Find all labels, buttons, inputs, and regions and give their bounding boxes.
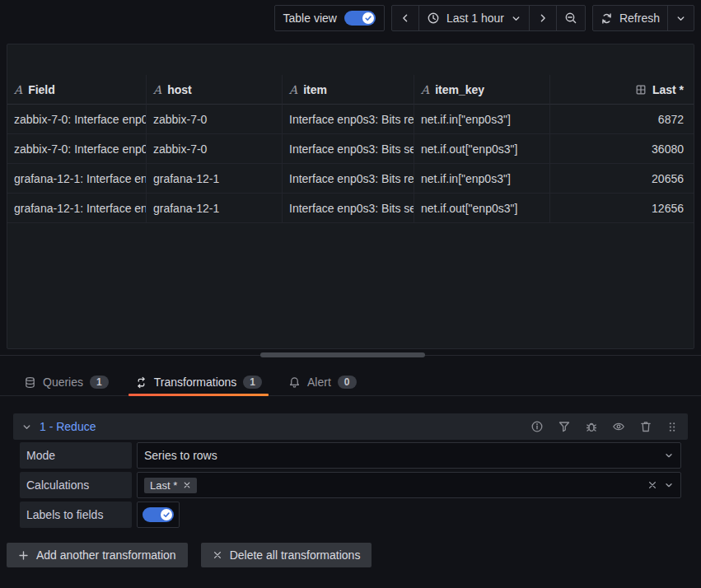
remove-chip-icon[interactable] <box>183 481 191 489</box>
table-view-label: Table view <box>283 12 337 25</box>
time-back-button[interactable] <box>392 6 418 30</box>
cell-field: grafana-12-1: Interface enp0s3: Bits rec… <box>7 164 147 194</box>
chevron-down-icon[interactable] <box>664 480 674 490</box>
column-label: Last * <box>652 83 684 96</box>
trash-icon[interactable] <box>639 420 652 433</box>
close-icon <box>213 550 222 560</box>
table-view-toggle-group: Table view <box>274 5 385 31</box>
column-header-last[interactable]: Last * <box>550 75 694 105</box>
clock-icon <box>427 12 440 25</box>
bell-icon <box>288 376 301 389</box>
table-row: zabbix-7-0: Interface enp0s3: Bits recei… <box>7 105 694 134</box>
transformation-actions <box>530 420 680 433</box>
process-icon <box>135 376 147 389</box>
time-forward-button[interactable] <box>529 6 556 30</box>
cell-host: zabbix-7-0 <box>147 134 283 164</box>
column-label: host <box>167 83 192 96</box>
delete-all-transformations-button[interactable]: Delete all transformations <box>201 543 372 567</box>
table-row: zabbix-7-0: Interface enp0s3: Bits sent … <box>7 134 694 164</box>
cell-item-key: net.if.out["enp0s3"] <box>414 194 550 223</box>
eye-icon[interactable] <box>612 420 625 433</box>
clear-select-icon[interactable] <box>647 480 657 490</box>
tab-queries[interactable]: Queries 1 <box>16 369 116 396</box>
zoom-out-time-button[interactable] <box>556 6 585 30</box>
column-header-field[interactable]: A Field <box>7 75 147 105</box>
refresh-button[interactable]: Refresh <box>593 6 667 30</box>
cell-item: Interface enp0s3: Bits received <box>283 105 414 134</box>
transformation-buttons-row: Add another transformation Delete all tr… <box>7 543 372 567</box>
mode-field-row: Mode Series to rows <box>13 442 688 469</box>
column-label: item <box>303 83 327 96</box>
mode-label: Mode <box>20 442 132 469</box>
tab-label: Alert <box>307 376 331 389</box>
editor-tabs: Queries 1 Transformations 1 Alert 0 <box>0 369 701 396</box>
cell-host: zabbix-7-0 <box>147 105 283 134</box>
cell-item-key: net.if.in["enp0s3"] <box>414 105 550 134</box>
bug-icon[interactable] <box>585 420 598 433</box>
string-field-icon: A <box>289 83 297 96</box>
info-circle-icon[interactable] <box>530 420 544 433</box>
toolbar: Table view Last 1 hour <box>274 5 694 31</box>
mode-select[interactable]: Series to rows <box>137 442 681 469</box>
refresh-group: Refresh <box>592 5 694 31</box>
column-header-host[interactable]: A host <box>147 75 283 105</box>
database-icon <box>24 376 36 389</box>
drag-handle-icon[interactable] <box>666 421 678 433</box>
zoom-out-icon <box>564 12 577 25</box>
add-transformation-label: Add another transformation <box>36 548 176 562</box>
table-visualization-panel: A Field A host A item A item_key Last * <box>7 44 694 349</box>
chevron-down-icon <box>511 13 521 24</box>
cell-last-value: 20656 <box>550 164 694 194</box>
data-table: A Field A host A item A item_key Last * <box>7 75 694 223</box>
filter-icon[interactable] <box>558 420 571 433</box>
delete-all-transformations-label: Delete all transformations <box>230 548 361 562</box>
cell-item-key: net.if.out["enp0s3"] <box>414 134 550 164</box>
column-label: item_key <box>435 83 484 96</box>
time-range-label: Last 1 hour <box>446 12 504 25</box>
tab-label: Queries <box>43 376 83 389</box>
tab-alert[interactable]: Alert 0 <box>281 369 363 396</box>
cell-item: Interface enp0s3: Bits sent <box>283 134 414 164</box>
calculations-multiselect[interactable]: Last * <box>137 472 681 498</box>
transformation-title[interactable]: 1 - Reduce <box>40 420 96 433</box>
time-picker-group: Last 1 hour <box>391 5 586 31</box>
calculation-chip: Last * <box>144 478 197 493</box>
calculations-label: Calculations <box>20 472 132 498</box>
tab-count-badge: 0 <box>338 376 357 389</box>
tab-label: Transformations <box>154 376 237 389</box>
chevron-right-icon <box>537 12 549 24</box>
mode-select-value: Series to rows <box>144 449 217 462</box>
pane-resize-handle[interactable] <box>260 352 425 357</box>
chevron-down-icon[interactable] <box>664 450 674 460</box>
tab-transformations[interactable]: Transformations 1 <box>128 369 269 396</box>
table-view-switch[interactable] <box>344 11 376 26</box>
transformation-editor-card: 1 - Reduce Mode Series to rows <box>13 413 688 528</box>
switch-check-icon <box>362 12 374 24</box>
calculations-field-row: Calculations Last * <box>13 472 688 498</box>
labels-to-fields-switch[interactable] <box>143 507 174 522</box>
table-header-row: A Field A host A item A item_key Last * <box>7 75 694 105</box>
column-header-item[interactable]: A item <box>283 75 414 105</box>
labels-to-fields-row: Labels to fields <box>13 502 688 528</box>
transformation-header: 1 - Reduce <box>13 413 688 440</box>
time-range-button[interactable]: Last 1 hour <box>418 6 529 30</box>
switch-check-icon <box>161 509 172 520</box>
table-row: grafana-12-1: Interface enp0s3: Bits rec… <box>7 164 694 194</box>
cell-field: zabbix-7-0: Interface enp0s3: Bits recei… <box>7 105 147 134</box>
tab-count-badge: 1 <box>243 376 262 389</box>
string-field-icon: A <box>421 83 429 96</box>
add-transformation-button[interactable]: Add another transformation <box>7 543 188 567</box>
chevron-left-icon <box>400 12 411 24</box>
refresh-label: Refresh <box>619 12 660 25</box>
cell-host: grafana-12-1 <box>147 164 283 194</box>
column-header-item-key[interactable]: A item_key <box>414 75 550 105</box>
chevron-down-icon <box>675 13 686 24</box>
cell-last-value: 12656 <box>550 194 694 223</box>
refresh-interval-button[interactable] <box>667 6 694 30</box>
string-field-icon: A <box>14 83 22 96</box>
cell-item-key: net.if.in["enp0s3"] <box>414 164 550 194</box>
refresh-icon <box>601 12 613 25</box>
calculation-icon <box>635 84 647 96</box>
cell-item: Interface enp0s3: Bits received <box>283 164 414 194</box>
collapse-chevron-icon[interactable] <box>21 422 32 432</box>
